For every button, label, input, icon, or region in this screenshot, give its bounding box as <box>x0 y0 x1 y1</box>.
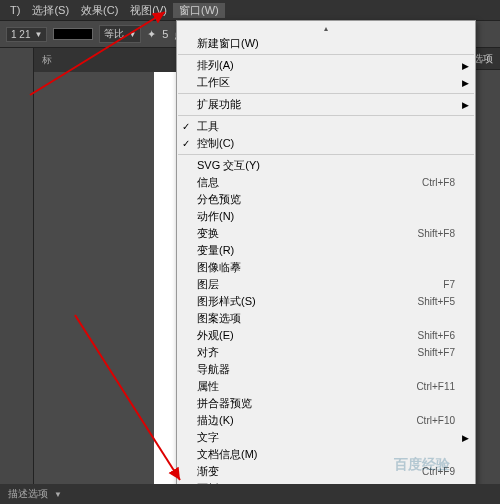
menu-item-label: 渐变 <box>197 464 422 479</box>
menu-item-label: 排列(A) <box>197 58 455 73</box>
menu-item[interactable]: 变换Shift+F8 <box>177 225 475 242</box>
menu-item[interactable]: 描边(K)Ctrl+F10 <box>177 412 475 429</box>
menu-item[interactable]: SVG 交互(Y) <box>177 157 475 174</box>
menu-1[interactable]: 选择(S) <box>26 3 75 18</box>
menu-item[interactable]: 导航器 <box>177 361 475 378</box>
menu-item[interactable]: ✓控制(C) <box>177 135 475 152</box>
menu-separator <box>178 154 474 155</box>
menu-item-shortcut: Shift+F6 <box>417 330 455 341</box>
menu-separator <box>178 54 474 55</box>
menu-item[interactable]: 排列(A)▶ <box>177 57 475 74</box>
menu-item-shortcut: Ctrl+F8 <box>422 177 455 188</box>
menu-separator <box>178 93 474 94</box>
menu-item[interactable]: 动作(N) <box>177 208 475 225</box>
status-bar: 描述选项 ▼ <box>0 484 500 504</box>
menu-item-label: 描边(K) <box>197 413 416 428</box>
menu-item-label: 拼合器预览 <box>197 396 455 411</box>
menu-item-shortcut: F7 <box>443 279 455 290</box>
stroke-preview[interactable] <box>53 28 93 40</box>
menu-item[interactable]: 图层F7 <box>177 276 475 293</box>
menu-item[interactable]: 图形样式(S)Shift+F5 <box>177 293 475 310</box>
menu-item-label: 扩展功能 <box>197 97 455 112</box>
chevron-down-icon: ▼ <box>128 30 136 39</box>
menu-3[interactable]: 视图(V) <box>124 3 173 18</box>
menu-item-label: 新建窗口(W) <box>197 36 455 51</box>
menu-item-label: 控制(C) <box>197 136 455 151</box>
check-icon: ✓ <box>182 138 190 149</box>
tab-label: 标 <box>42 53 52 67</box>
submenu-arrow-icon: ▶ <box>462 61 469 71</box>
menu-item[interactable]: 变量(R) <box>177 242 475 259</box>
menu-item[interactable]: 文字▶ <box>177 429 475 446</box>
menu-item[interactable]: 信息Ctrl+F8 <box>177 174 475 191</box>
menu-item-label: 信息 <box>197 175 422 190</box>
menu-item-label: 文字 <box>197 430 455 445</box>
stroke-mode-select[interactable]: 等比 ▼ <box>99 25 141 43</box>
tools-panel[interactable] <box>0 48 34 484</box>
menu-item-label: 对齐 <box>197 345 417 360</box>
menu-item[interactable]: 对齐Shift+F7 <box>177 344 475 361</box>
preset-value: 1 21 <box>11 29 30 40</box>
menu-item-shortcut: Shift+F8 <box>417 228 455 239</box>
submenu-arrow-icon: ▶ <box>462 78 469 88</box>
menu-item-label: 图案选项 <box>197 311 455 326</box>
menu-item-label: 工作区 <box>197 75 455 90</box>
check-icon: ✓ <box>182 121 190 132</box>
menu-item-label: 导航器 <box>197 362 455 377</box>
menu-item-label: 文档信息(M) <box>197 447 455 462</box>
chevron-down-icon: ▼ <box>34 30 42 39</box>
menu-item[interactable]: 拼合器预览 <box>177 395 475 412</box>
menu-item-label: 变换 <box>197 226 417 241</box>
menu-4[interactable]: 窗口(W) <box>173 3 225 18</box>
menu-item-label: 属性 <box>197 379 416 394</box>
menu-item[interactable]: 扩展功能▶ <box>177 96 475 113</box>
menu-item[interactable]: 文档信息(M) <box>177 446 475 463</box>
menu-item[interactable]: 图像临摹 <box>177 259 475 276</box>
menu-item[interactable]: 渐变Ctrl+F9 <box>177 463 475 480</box>
menu-item-label: SVG 交互(Y) <box>197 158 455 173</box>
points-value: 5 <box>162 28 168 40</box>
menu-0[interactable]: T) <box>4 4 26 16</box>
menu-item-shortcut: Shift+F5 <box>417 296 455 307</box>
menu-item[interactable]: 分色预览 <box>177 191 475 208</box>
chevron-down-icon[interactable]: ▼ <box>54 490 62 499</box>
preset-select[interactable]: 1 21 ▼ <box>6 27 47 42</box>
status-label: 描述选项 <box>8 487 48 501</box>
menu-item[interactable]: 图案选项 <box>177 310 475 327</box>
window-menu-dropdown: ▴ 新建窗口(W)排列(A)▶工作区▶扩展功能▶✓工具✓控制(C)SVG 交互(… <box>176 20 476 502</box>
menu-item-shortcut: Ctrl+F11 <box>416 381 455 392</box>
menu-item[interactable]: 属性Ctrl+F11 <box>177 378 475 395</box>
menu-item-label: 外观(E) <box>197 328 417 343</box>
menu-item-shortcut: Shift+F7 <box>417 347 455 358</box>
menu-2[interactable]: 效果(C) <box>75 3 124 18</box>
menu-item-label: 动作(N) <box>197 209 455 224</box>
menu-item-label: 变量(R) <box>197 243 455 258</box>
submenu-arrow-icon: ▶ <box>462 100 469 110</box>
menu-item-label: 图层 <box>197 277 443 292</box>
menu-item-label: 工具 <box>197 119 455 134</box>
scroll-up-icon[interactable]: ▴ <box>177 23 475 35</box>
menu-item[interactable]: ✓工具 <box>177 118 475 135</box>
menu-item-label: 分色预览 <box>197 192 455 207</box>
menu-item[interactable]: 新建窗口(W) <box>177 35 475 52</box>
menu-item-label: 图形样式(S) <box>197 294 417 309</box>
menu-separator <box>178 115 474 116</box>
menubar: T)选择(S)效果(C)视图(V)窗口(W) <box>0 0 500 20</box>
stroke-mode-value: 等比 <box>104 27 124 41</box>
submenu-arrow-icon: ▶ <box>462 433 469 443</box>
menu-item-shortcut: Ctrl+F10 <box>416 415 455 426</box>
menu-item-label: 图像临摹 <box>197 260 455 275</box>
points-icon: ✦ <box>147 28 156 41</box>
menu-item-shortcut: Ctrl+F9 <box>422 466 455 477</box>
menu-item[interactable]: 外观(E)Shift+F6 <box>177 327 475 344</box>
menu-item[interactable]: 工作区▶ <box>177 74 475 91</box>
